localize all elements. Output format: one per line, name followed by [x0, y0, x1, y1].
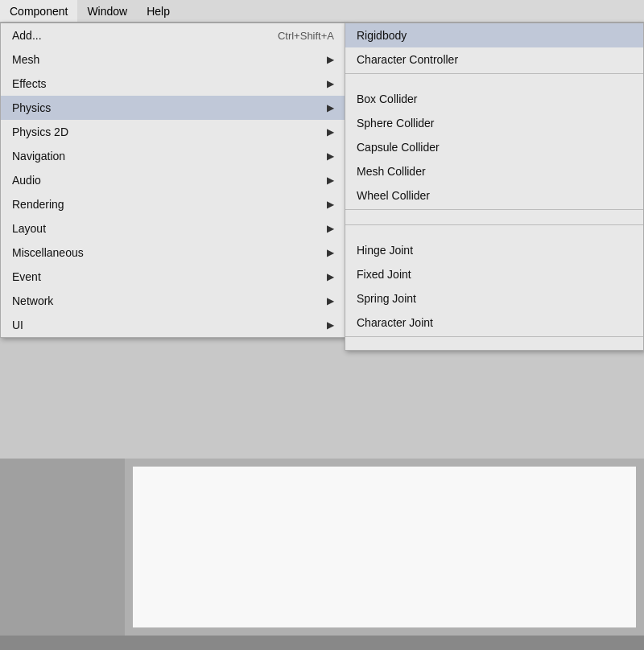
physics-submenu: Rigidbody Character Controller Box Colli… [345, 23, 644, 351]
submenu-sphere-collider-label: Box Collider [357, 93, 417, 105]
submenu-item-spring-joint[interactable]: Fixed Joint [345, 262, 643, 286]
network-arrow-icon: ▶ [327, 295, 334, 306]
menu-item-physics2d-label: Physics 2D [12, 125, 68, 138]
submenu-item-terrain-collider[interactable]: Wheel Collider [345, 183, 643, 208]
submenu-item-rigidbody[interactable]: Rigidbody [345, 23, 643, 47]
effects-arrow-icon: ▶ [327, 78, 334, 89]
submenu-mesh-collider-label: Capsule Collider [357, 141, 440, 154]
submenu-sep-1 [345, 73, 643, 74]
rendering-arrow-icon: ▶ [327, 199, 334, 210]
submenu-sep-4 [345, 336, 643, 337]
center-panel [133, 467, 636, 627]
submenu-item-cloth[interactable] [345, 212, 643, 223]
submenu-item-capsule-collider[interactable]: Sphere Collider [345, 111, 643, 135]
menu-item-layout-label: Layout [12, 222, 46, 235]
submenu-item-fixed-joint[interactable]: Hinge Joint [345, 238, 643, 262]
physics2d-arrow-icon: ▶ [327, 126, 334, 138]
menu-item-mesh-label: Mesh [12, 53, 39, 66]
submenu-configurable-joint-label: Character Joint [357, 316, 433, 329]
submenu-item-wheel-collider[interactable]: Mesh Collider [345, 159, 643, 183]
submenu-capsule-collider-label: Sphere Collider [357, 117, 435, 130]
submenu-item-configurable-joint[interactable]: Character Joint [345, 311, 643, 335]
menu-item-effects-label: Effects [12, 77, 47, 90]
navigation-arrow-icon: ▶ [327, 150, 334, 162]
menu-item-network-label: Network [12, 294, 53, 307]
submenu-item-box-collider[interactable] [345, 76, 643, 87]
submenu-fixed-joint-label: Hinge Joint [357, 244, 413, 257]
menu-item-mesh[interactable]: Mesh ▶ [1, 47, 345, 72]
menu-item-rendering-label: Rendering [12, 198, 64, 211]
submenu-terrain-collider-label: Wheel Collider [357, 189, 430, 202]
audio-arrow-icon: ▶ [327, 175, 334, 186]
submenu-rigidbody-label: Rigidbody [357, 29, 407, 42]
menu-item-ui[interactable]: UI ▶ [1, 313, 345, 337]
menu-item-add-label: Add... [12, 29, 42, 42]
physics-arrow-icon: ▶ [327, 102, 334, 113]
menubar: Component Window Help [0, 0, 644, 23]
submenu-item-sphere-collider[interactable]: Box Collider [345, 87, 643, 111]
menu-item-add[interactable]: Add... Ctrl+Shift+A [1, 23, 345, 47]
menu-item-effects[interactable]: Effects ▶ [1, 72, 345, 96]
component-menu: Add... Ctrl+Shift+A Mesh ▶ Effects ▶ Phy… [0, 23, 346, 338]
menu-item-physics-label: Physics [12, 101, 51, 114]
submenu-item-mesh-collider[interactable]: Capsule Collider [345, 135, 643, 159]
submenu-character-controller-label: Character Controller [357, 53, 458, 66]
submenu-sep-2 [345, 209, 643, 210]
menu-item-miscellaneous-label: Miscellaneous [12, 246, 84, 259]
bottom-bar [0, 636, 644, 650]
miscellaneous-arrow-icon: ▶ [327, 247, 334, 258]
left-panel [0, 459, 125, 636]
menu-item-navigation[interactable]: Navigation ▶ [1, 144, 345, 168]
submenu-item-constant-force[interactable] [345, 339, 643, 350]
menu-item-add-shortcut: Ctrl+Shift+A [278, 30, 334, 42]
menu-item-physics2d[interactable]: Physics 2D ▶ [1, 120, 345, 144]
submenu-wheel-collider-label: Mesh Collider [357, 165, 426, 178]
menu-item-layout[interactable]: Layout ▶ [1, 216, 345, 241]
menu-window[interactable]: Window [77, 0, 137, 22]
layout-arrow-icon: ▶ [327, 223, 334, 234]
submenu-character-joint-label: Spring Joint [357, 292, 416, 305]
menu-item-audio-label: Audio [12, 174, 41, 187]
menu-item-miscellaneous[interactable]: Miscellaneous ▶ [1, 241, 345, 265]
menu-item-event-label: Event [12, 270, 41, 283]
submenu-item-character-controller[interactable]: Character Controller [345, 47, 643, 72]
menu-component[interactable]: Component [0, 0, 77, 22]
menu-help[interactable]: Help [137, 0, 180, 22]
mesh-arrow-icon: ▶ [327, 54, 334, 65]
menu-item-audio[interactable]: Audio ▶ [1, 168, 345, 192]
menu-item-network[interactable]: Network ▶ [1, 289, 345, 313]
submenu-sep-3 [345, 224, 643, 225]
submenu-item-hinge-joint[interactable] [345, 227, 643, 238]
menu-item-ui-label: UI [12, 319, 23, 331]
event-arrow-icon: ▶ [327, 271, 334, 282]
menu-item-rendering[interactable]: Rendering ▶ [1, 192, 345, 216]
menu-item-event[interactable]: Event ▶ [1, 265, 345, 289]
menu-item-physics[interactable]: Physics ▶ [1, 96, 345, 120]
bottom-panels [0, 459, 644, 636]
submenu-item-character-joint[interactable]: Spring Joint [345, 286, 643, 311]
ui-arrow-icon: ▶ [327, 319, 334, 331]
submenu-spring-joint-label: Fixed Joint [357, 268, 411, 281]
menu-item-navigation-label: Navigation [12, 150, 65, 162]
